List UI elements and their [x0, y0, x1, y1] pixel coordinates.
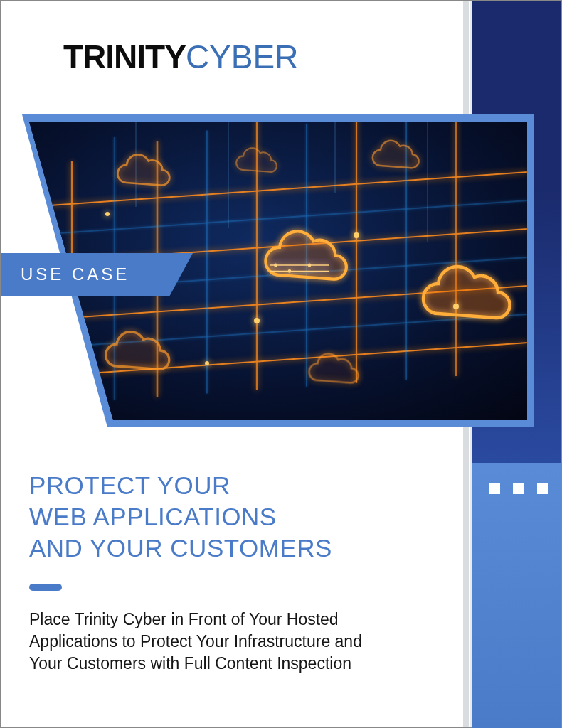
square-icon: [489, 483, 500, 494]
svg-point-15: [205, 361, 209, 365]
square-icon: [537, 483, 548, 494]
document-cover: TRINITYCYBER: [0, 0, 562, 728]
decorative-squares: [489, 483, 548, 494]
heading-line: AND YOUR CUSTOMERS: [29, 532, 428, 564]
logo-part-cyber: CYBER: [186, 38, 298, 75]
svg-point-8: [288, 270, 290, 272]
main-heading: PROTECT YOUR WEB APPLICATIONS AND YOUR C…: [29, 470, 428, 563]
heading-line: WEB APPLICATIONS: [29, 501, 428, 532]
accent-bar: [29, 584, 62, 591]
logo-part-trinity: TRINITY: [63, 38, 186, 75]
square-icon: [513, 483, 524, 494]
body-copy: Place Trinity Cyber in Front of Your Hos…: [29, 609, 399, 675]
svg-point-14: [105, 212, 110, 216]
tag-label: USE CASE: [21, 264, 129, 284]
right-panel-light: [472, 463, 561, 728]
heading-line: PROTECT YOUR: [29, 470, 428, 501]
svg-point-13: [453, 304, 459, 309]
svg-point-9: [308, 264, 310, 266]
use-case-tag: USE CASE: [1, 253, 193, 296]
svg-point-11: [254, 318, 260, 323]
svg-point-7: [275, 264, 277, 266]
brand-logo: TRINITYCYBER: [63, 38, 298, 76]
svg-point-12: [354, 232, 359, 238]
